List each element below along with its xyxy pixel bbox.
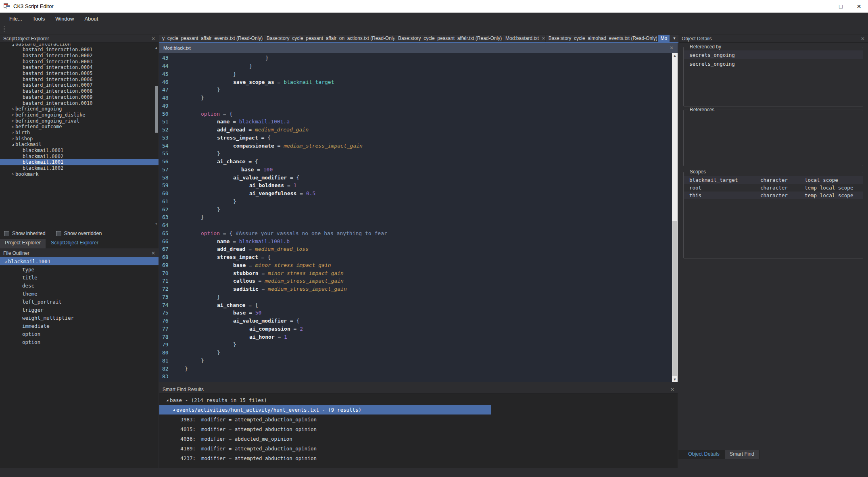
tree-item[interactable]: bastard_interaction.0001: [0, 47, 159, 53]
editor-tab[interactable]: Base:story_cycle_peasant_affair.txt (Rea…: [395, 35, 502, 42]
find-file-row[interactable]: ◢ events/activities/hunt_activity/hunt_e…: [159, 405, 491, 415]
checkbox-show-inherited[interactable]: Show inherited: [4, 231, 46, 236]
outliner-root[interactable]: ◢blackmail.1001: [0, 257, 159, 265]
outliner-item-type[interactable]: type: [0, 265, 159, 273]
outliner-item-option[interactable]: option: [0, 338, 159, 346]
find-result-row[interactable]: 4189:modifier = attempted_abduction_opin…: [159, 444, 678, 453]
close-icon[interactable]: ✕: [670, 45, 674, 51]
tree-item[interactable]: ▷bishop: [0, 135, 159, 142]
tree-item[interactable]: bastard_interaction.0002: [0, 53, 159, 59]
outliner-item-weight_multiplier[interactable]: weight_multiplier: [0, 314, 159, 322]
tree-item[interactable]: blackmail.1001: [0, 159, 159, 165]
tree-item[interactable]: ◢blackmail: [0, 142, 159, 148]
tree-item[interactable]: bastard_interaction.0004: [0, 65, 159, 71]
close-icon[interactable]: ✕: [542, 36, 545, 41]
scroll-down-icon[interactable]: ▼: [154, 222, 158, 226]
outliner-item-immediate[interactable]: immediate: [0, 322, 159, 330]
collapsed-icon[interactable]: ▷: [10, 137, 15, 140]
menu-item-tools[interactable]: Tools: [27, 14, 50, 23]
expanded-icon[interactable]: ◢: [10, 143, 15, 146]
outliner-item-option[interactable]: option: [0, 330, 159, 338]
tree-item[interactable]: bastard_interaction.0008: [0, 88, 159, 94]
tab-object-details[interactable]: Object Details: [683, 450, 724, 459]
scope-row[interactable]: rootcharactertemp local scope: [684, 184, 863, 192]
close-icon[interactable]: ✕: [151, 250, 155, 256]
outliner-item-left_portrait[interactable]: left_portrait: [0, 298, 159, 306]
tree-item[interactable]: bastard_interaction.0006: [0, 76, 159, 82]
collapsed-icon[interactable]: ▷: [10, 107, 15, 111]
referenced-by-item[interactable]: secrets_ongoing: [684, 50, 863, 59]
line-content: }: [174, 214, 204, 220]
tree-item[interactable]: ▷befriend_outcome: [0, 124, 159, 130]
editor-tab[interactable]: y_cycle_peasant_affair_events.txt (Read-…: [159, 35, 263, 42]
scope-row[interactable]: blackmail_targetcharacterlocal scope: [684, 176, 863, 184]
scope-row[interactable]: thischaractertemp local scope: [684, 192, 863, 199]
editor-tab[interactable]: Mo: [658, 35, 670, 42]
tree-item[interactable]: ◢bastard_interaction: [0, 44, 159, 47]
tree-item[interactable]: ▷bookmark: [0, 171, 159, 177]
code-line: 56ai_chance = {: [159, 158, 678, 166]
scroll-up-icon[interactable]: ▲: [154, 46, 158, 50]
outliner-item-trigger[interactable]: trigger: [0, 306, 159, 314]
tree-item[interactable]: blackmail.0001: [0, 148, 159, 154]
scroll-down-icon[interactable]: ▼: [672, 377, 678, 381]
tree-item[interactable]: ▷befriend_ongoing_dislike: [0, 112, 159, 118]
tree-item[interactable]: blackmail.1002: [0, 165, 159, 171]
tree-item[interactable]: blackmail.0002: [0, 153, 159, 159]
outliner-item-desc[interactable]: desc: [0, 281, 159, 290]
close-icon[interactable]: ✕: [670, 387, 674, 392]
tree-item[interactable]: bastard_interaction.0007: [0, 82, 159, 88]
minimize-button[interactable]: –: [814, 0, 832, 12]
maximize-button[interactable]: □: [832, 0, 850, 12]
collapsed-icon[interactable]: ▷: [10, 131, 15, 134]
find-result-row[interactable]: 4237:modifier = attempted_abduction_opin…: [159, 453, 678, 463]
editor-tab[interactable]: Base:story_cycle_peasant_affair_on_actio…: [264, 35, 394, 42]
line-content: option = { #Assure your vassals no one h…: [174, 230, 387, 236]
referenced-by-item[interactable]: secrets_ongoing: [684, 59, 863, 68]
close-button[interactable]: ✕: [850, 0, 868, 12]
expanded-icon[interactable]: ◢: [10, 44, 15, 47]
scroll-up-icon[interactable]: ▲: [672, 54, 678, 58]
editor-tab[interactable]: Mod:bastard.txt✕: [503, 35, 545, 42]
checkbox-show-overridden[interactable]: Show overridden: [56, 231, 102, 236]
tab-scriptobject-explorer[interactable]: ScriptObject Explorer: [46, 239, 103, 248]
expanded-icon[interactable]: ◢: [3, 260, 8, 263]
checkbox-box[interactable]: [4, 231, 9, 236]
tree-item[interactable]: ▷befriend_ongoing_rival: [0, 118, 159, 124]
tree-item[interactable]: bastard_interaction.0010: [0, 100, 159, 106]
tab-overflow-button[interactable]: ▼: [670, 35, 678, 42]
tree-item[interactable]: bastard_interaction.0009: [0, 94, 159, 100]
editor-tab[interactable]: Base:story_cycle_almohad_events.txt (Rea…: [546, 35, 657, 42]
tree-item[interactable]: bastard_interaction.0003: [0, 58, 159, 65]
tree-scrollbar[interactable]: ▲ ▼: [154, 46, 158, 226]
close-icon[interactable]: ✕: [151, 36, 155, 42]
code-editor[interactable]: 43}44}45}46save_scope_as = blackmail_tar…: [159, 53, 678, 382]
tree-item[interactable]: bastard_interaction.0005: [0, 71, 159, 77]
collapsed-icon[interactable]: ▷: [10, 113, 15, 117]
collapsed-icon[interactable]: ▷: [10, 172, 15, 176]
find-result-row[interactable]: 4015:modifier = attempted_abduction_opin…: [159, 424, 678, 434]
tree-item[interactable]: ▷befriend_ongoing: [0, 106, 159, 112]
find-group-row[interactable]: ◢ base - (214 results in 15 files): [159, 395, 678, 405]
outliner-item-title[interactable]: title: [0, 273, 159, 281]
checkbox-box[interactable]: [56, 231, 61, 236]
find-results-list: 3983:modifier = attempted_abduction_opin…: [159, 415, 678, 463]
tree-item[interactable]: ▷birth: [0, 130, 159, 136]
close-icon[interactable]: ✕: [861, 36, 865, 42]
find-result-row[interactable]: 3983:modifier = attempted_abduction_opin…: [159, 415, 678, 424]
menu-item-window[interactable]: Window: [50, 14, 79, 23]
menu-item-file[interactable]: File...: [4, 14, 27, 23]
editor-scrollbar[interactable]: ▲ ▼: [672, 53, 678, 382]
outliner-item-theme[interactable]: theme: [0, 290, 159, 298]
tab-smart-find[interactable]: Smart Find: [725, 450, 759, 459]
toolbar-grip-icon[interactable]: [3, 26, 5, 33]
menu-item-about[interactable]: About: [79, 14, 103, 23]
tab-project-explorer[interactable]: Project Explorer: [0, 239, 46, 248]
scrollbar-thumb[interactable]: [672, 221, 677, 376]
find-result-row[interactable]: 4036:modifier = abducted_me_opinion: [159, 434, 678, 444]
expanded-icon[interactable]: ◢: [165, 398, 170, 402]
collapsed-icon[interactable]: ▷: [10, 125, 15, 129]
expanded-icon[interactable]: ◢: [171, 408, 176, 412]
collapsed-icon[interactable]: ▷: [10, 119, 15, 123]
scrollbar-thumb[interactable]: [155, 86, 158, 133]
